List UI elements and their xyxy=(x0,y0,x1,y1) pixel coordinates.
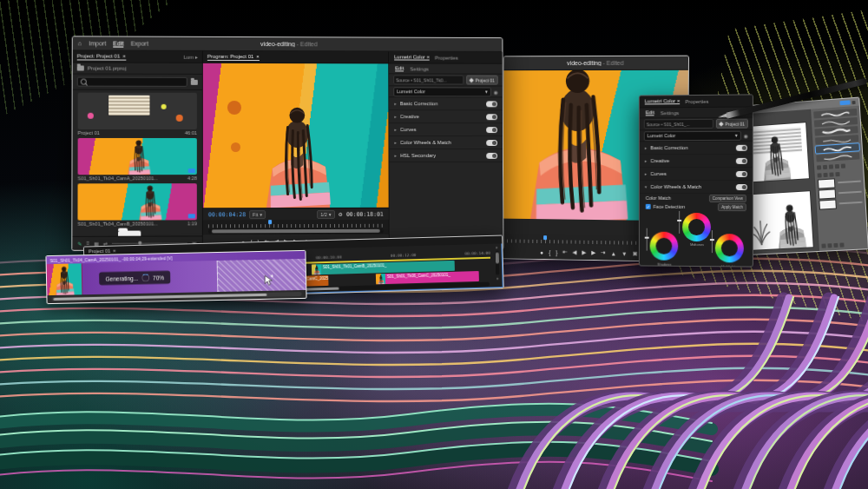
setting-icon[interactable] xyxy=(841,163,845,168)
tab-properties[interactable]: Properties xyxy=(685,98,708,103)
source-clip-field[interactable]: Source • S01_Sh01_Tk0... xyxy=(393,75,464,84)
swatch-icon[interactable] xyxy=(823,173,827,177)
zoom-in-icon[interactable]: + xyxy=(496,245,498,250)
close-icon[interactable]: × xyxy=(113,248,115,253)
bin-item-sequence[interactable]: Project 0146:01 xyxy=(78,93,197,135)
layer-row[interactable] xyxy=(819,188,862,199)
lumetri-preset-select[interactable]: Lumetri Color▾ xyxy=(393,87,490,96)
add-marker-button[interactable]: ● xyxy=(540,248,543,254)
section-basic-correction[interactable]: ▸Basic Correction xyxy=(389,97,502,110)
new-bin-icon[interactable] xyxy=(191,79,198,84)
tab-settings[interactable]: Settings xyxy=(661,110,679,116)
setting-icon[interactable] xyxy=(823,165,827,169)
swatch-icon[interactable] xyxy=(835,172,839,176)
apply-match-button[interactable]: Apply Match xyxy=(718,203,746,211)
step-forward-button[interactable]: ▶ xyxy=(591,249,595,256)
menu-edit[interactable]: Edit xyxy=(113,40,123,47)
footer-icon[interactable] xyxy=(833,243,838,248)
timeline-view-icon[interactable]: ◉ xyxy=(744,132,748,138)
toggle-creative[interactable] xyxy=(736,157,747,163)
lift-button[interactable]: ▲ xyxy=(611,250,616,256)
menu-export[interactable]: Export xyxy=(131,40,148,47)
playhead-2[interactable] xyxy=(543,235,547,240)
comparison-view-button[interactable]: Comparison View xyxy=(709,195,746,202)
section-creative[interactable]: ▸Creative xyxy=(640,155,753,168)
brush-stroke-option[interactable] xyxy=(816,152,859,162)
go-to-out-button[interactable]: ⇥ xyxy=(601,249,605,256)
toggle-curves[interactable] xyxy=(486,127,497,133)
section-hsl-secondary[interactable]: ▸HSL Secondary xyxy=(389,149,503,162)
highlights-wheel[interactable] xyxy=(715,234,744,262)
target-clip-chip[interactable]: Project 01 xyxy=(716,119,748,129)
settings-wrench-icon[interactable]: ⚙ xyxy=(339,211,343,217)
window2-titlebar[interactable]: video-editing - Edited xyxy=(503,56,688,71)
section-curves[interactable]: ▸Curves xyxy=(640,168,753,181)
section-creative[interactable]: ▸Creative xyxy=(389,110,502,123)
toggle-basic-correction[interactable] xyxy=(736,144,747,150)
go-to-in-button[interactable]: ⇤ xyxy=(562,248,567,255)
playback-ruler-1[interactable] xyxy=(208,220,384,228)
view-icon[interactable]: ◉ xyxy=(494,89,498,95)
layer-row[interactable] xyxy=(818,177,861,188)
toggle-color-wheels[interactable] xyxy=(486,140,497,146)
midtones-slider[interactable] xyxy=(679,211,680,234)
toggle-curves[interactable] xyxy=(736,170,747,176)
layer-row[interactable] xyxy=(819,198,862,209)
mark-in-button[interactable]: { xyxy=(549,249,550,255)
source-clip-field[interactable]: Source • S01_Sh01_... xyxy=(644,119,714,129)
tab-edit[interactable]: Edit xyxy=(395,65,404,71)
zoom-out-icon[interactable]: + xyxy=(496,275,498,281)
footer-icon[interactable] xyxy=(821,244,825,248)
search-input[interactable] xyxy=(77,77,187,87)
active-tool-chip[interactable] xyxy=(839,100,850,105)
list-view-icon[interactable]: ≡ xyxy=(87,241,90,246)
home-icon[interactable]: ⌂ xyxy=(78,40,82,47)
step-back-button[interactable]: ◀ xyxy=(573,249,577,256)
tab-settings[interactable]: Settings xyxy=(410,66,428,71)
section-color-wheels[interactable]: ▾Color Wheels & Match xyxy=(640,181,753,194)
mark-out-button[interactable]: } xyxy=(556,249,557,255)
window1-titlebar[interactable]: ⌂ Import Edit Export video-editing - Edi… xyxy=(73,36,503,52)
playback-resolution-select[interactable]: 1/2▾ xyxy=(317,209,334,218)
pen-tool-icon[interactable]: ✎ xyxy=(77,240,82,246)
bin-item-clip-b[interactable]: S01_Sh01_Tk04_CamB_20250101...1:19 xyxy=(77,183,196,227)
shadows-slider[interactable] xyxy=(647,228,648,251)
generative-extend-clip[interactable]: S01_Sh01_Tk04_CamA_20250101_ -00:00:04;2… xyxy=(45,250,306,304)
toggle-hsl-secondary[interactable] xyxy=(486,152,497,158)
highlights-slider[interactable] xyxy=(712,230,713,253)
tab-lumetri-color[interactable]: Lumetri Color × xyxy=(645,98,681,104)
tool-icon[interactable] xyxy=(852,100,855,103)
vertical-scrollbar[interactable] xyxy=(495,251,499,275)
toggle-color-wheels[interactable] xyxy=(736,184,747,190)
tab-properties[interactable]: Properties xyxy=(435,55,458,60)
tab-lumetri-scopes[interactable]: Lum ▸ xyxy=(183,54,197,60)
footer-icon[interactable] xyxy=(827,243,832,248)
section-curves[interactable]: ▸Curves xyxy=(389,123,502,136)
tab-timeline[interactable]: Project 01 xyxy=(89,248,110,254)
tab-program[interactable]: Program: Project 01× xyxy=(207,53,260,60)
scroll-thumb[interactable] xyxy=(212,229,380,234)
lumetri-preset-select[interactable]: Lumetri Color▾ xyxy=(644,130,741,141)
bin-item-folder[interactable] xyxy=(77,228,196,233)
target-clip-chip[interactable]: Project 01 xyxy=(467,76,498,85)
setting-icon[interactable] xyxy=(817,165,821,169)
storyboard-frame-2[interactable] xyxy=(745,191,814,251)
bin-item-clip-a[interactable]: S01_Sh01_Tk04_CamA_20250101...4:28 xyxy=(78,138,197,181)
tab-lumetri-color[interactable]: Lumetri Color × xyxy=(394,55,430,61)
section-basic-correction[interactable]: ▸Basic Correction xyxy=(640,142,753,155)
monitor-scrollbar[interactable] xyxy=(208,228,384,235)
playhead-1[interactable] xyxy=(268,220,272,224)
shadows-wheel[interactable] xyxy=(650,232,679,261)
toggle-basic-correction[interactable] xyxy=(486,101,497,107)
play-button[interactable]: ▶ xyxy=(582,249,586,256)
toggle-creative[interactable] xyxy=(486,114,497,120)
swatch-icon[interactable] xyxy=(829,172,833,176)
setting-icon[interactable] xyxy=(835,164,839,169)
menu-import[interactable]: Import xyxy=(89,40,106,47)
export-frame-button[interactable]: ▣ xyxy=(632,250,637,257)
setting-icon[interactable] xyxy=(829,164,833,169)
midtones-wheel[interactable] xyxy=(682,213,711,241)
tab-edit[interactable]: Edit xyxy=(646,109,654,116)
section-color-wheels[interactable]: ▸Color Wheels & Match xyxy=(389,136,502,149)
extract-button[interactable]: ▼ xyxy=(621,250,627,256)
